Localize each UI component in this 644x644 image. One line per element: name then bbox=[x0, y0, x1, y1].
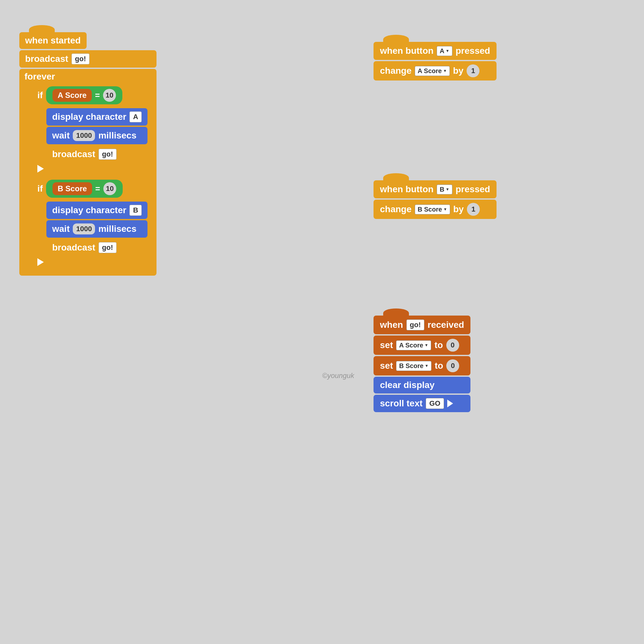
set1-val: 0 bbox=[446, 339, 459, 352]
btn-b-dropdown[interactable]: B bbox=[437, 185, 452, 194]
forever-bottom-cap bbox=[24, 269, 151, 276]
if2-eq: = bbox=[95, 184, 100, 194]
set1-label: set bbox=[380, 340, 393, 350]
button-b-group: when button B pressed change B Score by … bbox=[374, 180, 497, 219]
if1-label: if bbox=[37, 90, 43, 100]
wait1-unit: millisecs bbox=[98, 130, 136, 141]
wait2-val: 1000 bbox=[73, 223, 95, 234]
wait2-block[interactable]: wait 1000 millisecs bbox=[46, 220, 147, 238]
if1-eq: = bbox=[95, 90, 100, 100]
if1-collapse[interactable] bbox=[37, 163, 147, 176]
change-a-var: A Score bbox=[418, 67, 442, 75]
change-b-label: change bbox=[380, 204, 412, 214]
set-ascore-block[interactable]: set A Score to 0 bbox=[374, 336, 470, 355]
if1-inner: display character A wait 1000 millisecs … bbox=[46, 108, 147, 163]
wait1-label: wait bbox=[52, 130, 70, 141]
change-b-by-val: 1 bbox=[467, 203, 480, 216]
set1-to: to bbox=[434, 340, 443, 350]
broadcast3-block[interactable]: broadcast go! bbox=[46, 239, 147, 256]
btn-a-pressed-label: pressed bbox=[456, 46, 490, 56]
if2-collapse[interactable] bbox=[37, 256, 147, 269]
btn-a-dropdown[interactable]: A bbox=[437, 46, 452, 56]
change-a-dropdown[interactable]: A Score bbox=[415, 66, 450, 76]
scroll-val: GO bbox=[426, 398, 444, 409]
scroll-arrow-icon bbox=[447, 400, 453, 407]
when-started-block[interactable]: when started bbox=[19, 32, 87, 49]
set1-dropdown[interactable]: A Score bbox=[396, 340, 431, 350]
if1-val: 10 bbox=[103, 89, 116, 102]
go-received-label: received bbox=[428, 320, 464, 330]
bscore-var: B Score bbox=[52, 182, 92, 195]
ascore-condition-pill: A Score = 10 bbox=[46, 86, 122, 104]
broadcast1-value: go! bbox=[71, 53, 90, 64]
set2-to: to bbox=[435, 361, 443, 371]
go-received-hat[interactable]: when go! received bbox=[374, 316, 470, 334]
broadcast3-value: go! bbox=[99, 242, 117, 253]
broadcast2-value: go! bbox=[99, 149, 117, 160]
change-a-by-label: by bbox=[453, 66, 464, 76]
btn-b-pressed-label: pressed bbox=[456, 184, 490, 194]
change-b-by-label: by bbox=[453, 204, 464, 214]
wait1-val: 1000 bbox=[73, 130, 95, 141]
bscore-condition-pill: B Score = 10 bbox=[46, 180, 123, 198]
display2-char: B bbox=[129, 205, 142, 216]
if2-val: 10 bbox=[103, 182, 116, 195]
btn-a-hat-label: when button bbox=[380, 46, 433, 56]
ascore-var: A Score bbox=[52, 89, 92, 102]
wait2-unit: millisecs bbox=[98, 224, 136, 234]
display-char-b-block[interactable]: display character B bbox=[46, 202, 147, 219]
if2-inner: display character B wait 1000 millisecs … bbox=[46, 202, 147, 256]
if2-label: if bbox=[37, 184, 43, 194]
forever-container: forever if A Score = 10 display cha bbox=[19, 69, 156, 276]
btn-b-val: B bbox=[440, 186, 444, 193]
broadcast2-block[interactable]: broadcast go! bbox=[46, 146, 147, 163]
if-ascore-block: if A Score = 10 display character A bbox=[33, 84, 151, 176]
btn-b-hat-label: when button bbox=[380, 184, 433, 194]
button-a-group: when button A pressed change A Score by … bbox=[374, 42, 497, 81]
collapse1-icon bbox=[37, 165, 44, 173]
if-bscore-block: if B Score = 10 display character B bbox=[33, 177, 151, 269]
btn-a-val: A bbox=[440, 47, 444, 55]
go-hat-value: go! bbox=[406, 319, 424, 330]
change-bscore-block[interactable]: change B Score by 1 bbox=[374, 200, 497, 219]
when-started-label: when started bbox=[25, 35, 81, 46]
forever-inner: if A Score = 10 display character A bbox=[33, 84, 151, 269]
clear-display-label: clear display bbox=[380, 380, 435, 390]
clear-display-block[interactable]: clear display bbox=[374, 377, 470, 393]
change-ascore-block[interactable]: change A Score by 1 bbox=[374, 61, 497, 81]
broadcast3-label: broadcast bbox=[52, 242, 95, 253]
display1-char: A bbox=[129, 111, 142, 122]
when-button-a-hat[interactable]: when button A pressed bbox=[374, 42, 497, 60]
go-received-group: when go! received set A Score to 0 set B… bbox=[374, 316, 470, 412]
if-bscore-condition-row: if B Score = 10 bbox=[37, 180, 147, 200]
set1-var: A Score bbox=[399, 342, 423, 349]
broadcast1-label: broadcast bbox=[25, 54, 68, 64]
change-a-by-val: 1 bbox=[467, 64, 479, 77]
collapse2-icon bbox=[37, 258, 44, 266]
set-bscore-block[interactable]: set B Score to 0 bbox=[374, 356, 470, 375]
display1-label: display character bbox=[52, 112, 126, 122]
broadcast1-block[interactable]: broadcast go! bbox=[19, 50, 156, 68]
change-a-label: change bbox=[380, 66, 412, 76]
left-main-group: when started broadcast go! forever if A … bbox=[19, 32, 156, 276]
broadcast2-label: broadcast bbox=[52, 149, 95, 159]
watermark: ©younguk bbox=[322, 372, 354, 380]
wait2-label: wait bbox=[52, 224, 70, 234]
display2-label: display character bbox=[52, 205, 126, 215]
forever-label: forever bbox=[24, 71, 151, 84]
go-hat-label: when bbox=[380, 320, 403, 330]
set2-var: B Score bbox=[399, 362, 423, 370]
display-char-a-block[interactable]: display character A bbox=[46, 108, 147, 126]
when-button-b-hat[interactable]: when button B pressed bbox=[374, 180, 497, 198]
set2-label: set bbox=[380, 361, 393, 371]
change-b-dropdown[interactable]: B Score bbox=[415, 204, 450, 214]
scroll-text-block[interactable]: scroll text GO bbox=[374, 395, 470, 412]
if-ascore-condition-row: if A Score = 10 bbox=[37, 86, 147, 107]
scroll-label: scroll text bbox=[380, 398, 422, 409]
change-b-var: B Score bbox=[418, 206, 442, 213]
set2-dropdown[interactable]: B Score bbox=[396, 361, 431, 371]
wait1-block[interactable]: wait 1000 millisecs bbox=[46, 127, 147, 144]
set2-val: 0 bbox=[446, 359, 459, 372]
